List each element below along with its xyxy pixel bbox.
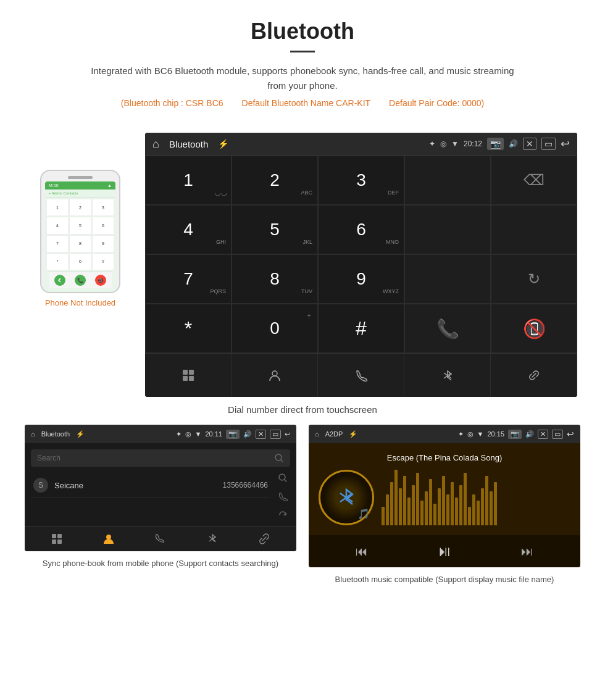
dial-screen-title: Bluetooth xyxy=(169,139,208,149)
pb-home-icon[interactable]: ⌂ xyxy=(31,430,35,438)
svg-rect-15 xyxy=(52,540,56,544)
dial-key-6[interactable]: 6 MNO xyxy=(318,205,404,254)
dial-display-empty-1 xyxy=(404,156,491,205)
pb-search-side-icon[interactable] xyxy=(278,473,288,483)
svg-rect-16 xyxy=(57,540,62,544)
phone-key-3: 3 xyxy=(92,199,114,216)
pb-status-left: ⌂ Bluetooth ⚡ xyxy=(31,430,85,438)
pb-status-right: ✦ ◎ ▼ 20:11 📷 🔊 ✕ ▭ ↩ xyxy=(176,430,290,439)
pb-vol-icon[interactable]: 🔊 xyxy=(243,430,252,438)
music-close-icon[interactable]: ✕ xyxy=(538,430,548,439)
music-camera-icon: 📷 xyxy=(508,430,522,439)
phone-key-0: 0 xyxy=(69,253,91,270)
pb-close-icon[interactable]: ✕ xyxy=(256,430,266,439)
phone-key-5: 5 xyxy=(69,217,91,234)
window-icon[interactable]: ▭ xyxy=(541,138,556,150)
prev-track-icon[interactable]: ⏮ xyxy=(356,544,368,559)
pb-search-bar[interactable]: Search xyxy=(31,449,290,467)
dial-call-green[interactable]: 📞 xyxy=(404,304,491,353)
dial-key-0[interactable]: 0 + xyxy=(232,304,318,353)
pb-bottom-bar xyxy=(25,526,296,551)
phone-back-button xyxy=(54,275,65,286)
bluetooth-status-icon: ✦ xyxy=(429,140,435,148)
camera-icon[interactable]: 📷 xyxy=(487,138,504,150)
contact-initial: S xyxy=(33,478,48,493)
phone-screen-statusbar: M:00 ▲ xyxy=(45,181,115,190)
music-album-art: 🎵 xyxy=(319,470,374,525)
phone-key-6: 6 xyxy=(92,217,114,234)
dial-refresh[interactable]: ↻ xyxy=(491,254,577,304)
music-back-icon[interactable]: ↩ xyxy=(567,429,574,439)
header-specs: (Bluetooth chip : CSR BC6 Default Blueto… xyxy=(12,98,593,108)
back-icon[interactable]: ↩ xyxy=(561,137,570,151)
pb-refresh-side-icon[interactable] xyxy=(278,510,288,520)
phone-key-8: 8 xyxy=(69,235,91,252)
refresh-icon: ↻ xyxy=(528,270,540,288)
pb-contact-row[interactable]: S Seicane 13566664466 xyxy=(31,473,270,498)
status-left: ⌂ Bluetooth ⚡ xyxy=(152,138,228,151)
usb-icon: ⚡ xyxy=(218,139,228,149)
dial-key-5[interactable]: 5 JKL xyxy=(232,205,318,254)
page-title: Bluetooth xyxy=(12,19,593,44)
pb-bottom-grid[interactable] xyxy=(51,533,63,545)
title-divider xyxy=(290,51,315,52)
pb-back-icon[interactable]: ↩ xyxy=(285,430,290,438)
dial-key-1[interactable]: 1 ◡◡ xyxy=(145,156,232,205)
dial-action-bluetooth[interactable] xyxy=(404,354,491,397)
dial-status-bar: ⌂ Bluetooth ⚡ ✦ ◎ ▼ 20:12 📷 🔊 ✕ ▭ ↩ xyxy=(145,133,577,155)
plus-superscript: + xyxy=(307,312,311,319)
contact-number: 13566664466 xyxy=(223,481,268,490)
music-body: Escape (The Pina Colada Song) 🎵 xyxy=(309,443,580,535)
dial-key-hash[interactable]: # xyxy=(318,304,404,353)
music-song-title: Escape (The Pina Colada Song) xyxy=(387,453,502,462)
pb-camera-icon: 📷 xyxy=(226,430,240,439)
dial-key-9[interactable]: 9 WXYZ xyxy=(318,254,404,304)
dial-key-3[interactable]: 3 DEF xyxy=(318,156,404,205)
pb-bottom-bluetooth[interactable] xyxy=(206,533,219,545)
music-win-icon[interactable]: ▭ xyxy=(552,430,563,439)
location-icon: ◎ xyxy=(440,140,446,148)
music-time: 20:15 xyxy=(487,430,504,438)
music-status-bar: ⌂ A2DP ⚡ ✦ ◎ ▼ 20:15 📷 🔊 ✕ ▭ ↩ xyxy=(309,425,580,443)
pb-search-placeholder: Search xyxy=(37,454,60,462)
pb-win-icon[interactable]: ▭ xyxy=(270,430,281,439)
dial-action-contacts[interactable] xyxy=(232,354,318,397)
music-title-label: A2DP xyxy=(325,430,343,438)
play-pause-icon[interactable]: ⏯ xyxy=(437,543,452,560)
music-home-icon[interactable]: ⌂ xyxy=(315,430,319,438)
volume-icon[interactable]: 🔊 xyxy=(509,140,518,148)
dial-action-phone[interactable] xyxy=(318,354,404,397)
pb-bottom-person[interactable] xyxy=(102,533,115,545)
svg-rect-3 xyxy=(189,370,194,375)
pb-bottom-phone[interactable] xyxy=(154,533,167,545)
dial-action-link[interactable] xyxy=(491,354,577,397)
phone-key-7: 7 xyxy=(46,235,69,252)
dial-key-4[interactable]: 4 GHI xyxy=(145,205,232,254)
pb-phone-side-icon[interactable] xyxy=(278,491,288,501)
phonebook-item: ⌂ Bluetooth ⚡ ✦ ◎ ▼ 20:11 📷 🔊 ✕ ▭ ↩ xyxy=(25,425,296,586)
svg-text:📵: 📵 xyxy=(98,277,104,283)
dial-empty-r2c5 xyxy=(491,205,577,254)
dial-key-2[interactable]: 2 ABC xyxy=(232,156,318,205)
svg-point-17 xyxy=(106,535,111,540)
svg-rect-13 xyxy=(52,534,56,538)
dial-key-8[interactable]: 8 TUV xyxy=(232,254,318,304)
music-item: ⌂ A2DP ⚡ ✦ ◎ ▼ 20:15 📷 🔊 ✕ ▭ ↩ E xyxy=(309,425,580,586)
dial-screen: ⌂ Bluetooth ⚡ ✦ ◎ ▼ 20:12 📷 🔊 ✕ ▭ ↩ 1 ◡◡ xyxy=(145,133,577,397)
svg-rect-14 xyxy=(57,534,62,538)
dial-key-star[interactable]: * xyxy=(145,304,232,353)
dial-action-grid[interactable] xyxy=(145,354,232,397)
music-vol-icon[interactable]: 🔊 xyxy=(525,430,534,438)
dial-call-red[interactable]: 📵 xyxy=(491,304,577,353)
close-icon[interactable]: ✕ xyxy=(523,138,536,150)
music-usb-icon: ⚡ xyxy=(349,430,357,438)
home-icon[interactable]: ⌂ xyxy=(152,138,159,151)
spec-code: Default Pair Code: 0000) xyxy=(389,98,484,108)
pb-bottom-link[interactable] xyxy=(258,533,270,545)
call-red-icon: 📵 xyxy=(523,318,546,340)
dial-key-7[interactable]: 7 PQRS xyxy=(145,254,232,304)
dial-bottom-bar xyxy=(145,353,577,397)
next-track-icon[interactable]: ⏭ xyxy=(521,544,533,559)
music-status-left: ⌂ A2DP ⚡ xyxy=(315,430,357,438)
dial-backspace[interactable]: ⌫ xyxy=(491,156,577,205)
